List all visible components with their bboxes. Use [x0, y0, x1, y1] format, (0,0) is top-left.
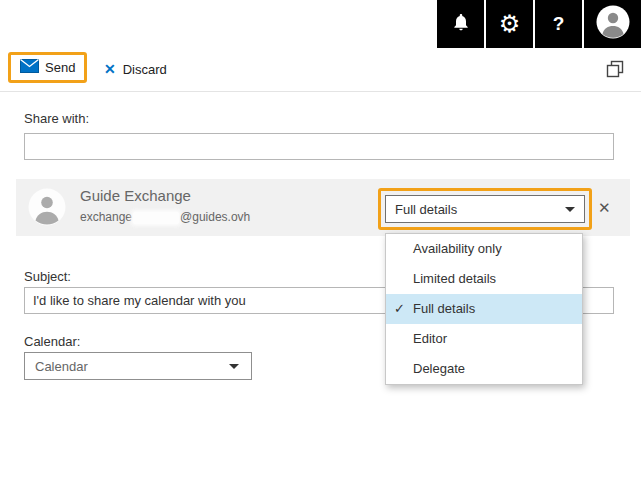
remove-icon: ✕	[598, 199, 611, 216]
notifications-button[interactable]	[437, 0, 484, 48]
menu-item-label: Full details	[413, 301, 475, 316]
menu-item-limited-details[interactable]: Limited details	[386, 264, 582, 294]
send-annotation-highlight: Send	[8, 52, 87, 83]
recipient-name: Guide Exchange	[80, 187, 191, 204]
discard-button-label: Discard	[123, 62, 167, 77]
discard-button[interactable]: ✕ Discard	[104, 61, 167, 77]
menu-item-editor[interactable]: Editor	[386, 324, 582, 354]
help-icon: ?	[553, 13, 565, 35]
popout-icon	[605, 67, 625, 82]
recipient-avatar-icon	[28, 188, 66, 230]
share-with-label: Share with:	[24, 111, 89, 126]
topbar: ⚙ ?	[437, 0, 641, 48]
share-with-input[interactable]	[24, 133, 614, 160]
remove-recipient-button[interactable]: ✕	[598, 199, 611, 217]
permission-menu: Availability only Limited details ✓ Full…	[385, 233, 583, 385]
bell-icon	[451, 12, 471, 36]
send-button[interactable]: Send	[20, 59, 75, 76]
recipient-email-suffix: @guides.ovh	[180, 210, 250, 224]
subject-label: Subject:	[24, 269, 71, 284]
calendar-dropdown-value: Calendar	[35, 359, 88, 374]
gear-icon: ⚙	[499, 12, 521, 36]
permission-dropdown-value: Full details	[395, 202, 457, 217]
recipient-email: exchange@guides.ovh	[80, 210, 250, 224]
settings-button[interactable]: ⚙	[486, 0, 533, 48]
menu-item-availability-only[interactable]: Availability only	[386, 234, 582, 264]
calendar-dropdown[interactable]: Calendar	[24, 352, 252, 380]
calendar-label: Calendar:	[24, 334, 80, 349]
menu-item-full-details[interactable]: ✓ Full details	[386, 294, 582, 324]
recipient-email-prefix: exchange	[80, 210, 132, 224]
discard-icon: ✕	[104, 61, 116, 77]
permission-annotation-highlight: Full details	[378, 188, 592, 230]
menu-item-label: Availability only	[413, 241, 502, 256]
toolbar: Send ✕ Discard	[0, 48, 641, 92]
send-envelope-icon	[20, 59, 39, 76]
send-button-label: Send	[45, 60, 75, 75]
menu-item-label: Editor	[413, 331, 447, 346]
avatar-icon	[596, 5, 630, 43]
permission-dropdown[interactable]: Full details	[385, 195, 585, 223]
chevron-down-icon	[229, 364, 239, 369]
menu-item-label: Delegate	[413, 361, 465, 376]
email-redacted-area	[133, 212, 179, 224]
chevron-down-icon	[565, 207, 575, 212]
menu-item-label: Limited details	[413, 271, 496, 286]
check-icon: ✓	[394, 294, 405, 324]
account-button[interactable]	[584, 0, 641, 48]
calendar-sharing-dialog: ⚙ ? Send	[0, 0, 641, 486]
menu-item-delegate[interactable]: Delegate	[386, 354, 582, 384]
open-in-new-window-button[interactable]	[605, 59, 625, 82]
help-button[interactable]: ?	[535, 0, 582, 48]
